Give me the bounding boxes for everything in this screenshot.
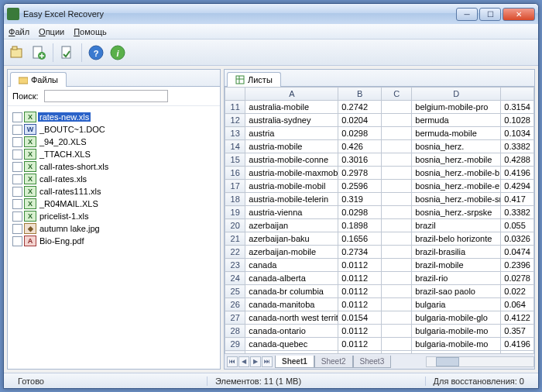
file-checkbox[interactable] bbox=[12, 236, 22, 246]
cell[interactable]: brazil-mobile bbox=[412, 259, 501, 272]
cell[interactable]: brazil bbox=[412, 219, 501, 232]
cell[interactable]: bosnia_herz.-mobile-bht bbox=[412, 167, 501, 180]
cell[interactable]: canada-br columbia bbox=[245, 285, 338, 298]
cell[interactable]: brazil-rio bbox=[412, 272, 501, 285]
corner-header[interactable] bbox=[225, 88, 245, 101]
cell[interactable]: 0.1028 bbox=[501, 114, 534, 127]
save-button[interactable] bbox=[57, 43, 77, 63]
cell[interactable]: 0.021 bbox=[501, 351, 534, 354]
cell[interactable] bbox=[382, 232, 412, 246]
cell[interactable]: 0.417 bbox=[501, 193, 534, 206]
cell[interactable] bbox=[382, 351, 412, 354]
cell[interactable]: austria-mobile bbox=[245, 140, 338, 153]
cell[interactable]: 0.2396 bbox=[501, 259, 534, 272]
cell[interactable]: bosnia_herz. bbox=[412, 140, 501, 153]
file-checkbox[interactable] bbox=[12, 224, 22, 234]
row-header[interactable]: 24 bbox=[225, 272, 245, 285]
cell[interactable]: 0.0326 bbox=[501, 232, 534, 246]
column-header-D[interactable]: D bbox=[412, 88, 501, 101]
cell[interactable]: denmark bbox=[412, 351, 501, 354]
cell[interactable] bbox=[382, 140, 412, 153]
cell[interactable]: 0.0112 bbox=[338, 259, 382, 272]
cell[interactable]: brazil-brasilia bbox=[412, 246, 501, 259]
cell[interactable] bbox=[382, 311, 412, 325]
file-item[interactable]: Xcall-rates-short.xls bbox=[11, 160, 217, 173]
info-button[interactable]: i bbox=[108, 43, 128, 63]
cell[interactable] bbox=[382, 298, 412, 311]
cell[interactable]: 0.0182 bbox=[338, 351, 382, 354]
cell[interactable]: australia-sydney bbox=[245, 114, 338, 127]
file-tree[interactable]: Xrates-new.xlsW_BOUTC~1.DOCX_94_20.XLSX_… bbox=[8, 106, 220, 369]
cell[interactable]: australia-mobile bbox=[245, 101, 338, 114]
menu-file[interactable]: Файл bbox=[9, 27, 29, 36]
cell[interactable] bbox=[382, 153, 412, 167]
cell[interactable]: 0.0112 bbox=[338, 325, 382, 338]
row-header[interactable]: 21 bbox=[225, 232, 245, 246]
file-item[interactable]: W_BOUTC~1.DOC bbox=[11, 123, 217, 136]
cell[interactable]: canary islands bbox=[245, 351, 338, 354]
row-header[interactable]: 17 bbox=[225, 180, 245, 193]
cell[interactable]: azerbaijan-mobile bbox=[245, 246, 338, 259]
row-header[interactable]: 23 bbox=[225, 259, 245, 272]
cell[interactable] bbox=[382, 325, 412, 338]
cell[interactable]: 0.1034 bbox=[501, 127, 534, 140]
cell[interactable] bbox=[382, 127, 412, 140]
cell[interactable] bbox=[382, 180, 412, 193]
sheet-tab-2[interactable]: Sheet2 bbox=[314, 356, 353, 368]
cell[interactable]: 0.0112 bbox=[338, 285, 382, 298]
file-checkbox[interactable] bbox=[12, 199, 22, 209]
cell[interactable]: 0.0298 bbox=[338, 206, 382, 219]
cell[interactable]: 0.064 bbox=[501, 298, 534, 311]
cell[interactable]: 0.055 bbox=[501, 219, 534, 232]
cell[interactable]: 0.1898 bbox=[338, 219, 382, 232]
titlebar[interactable]: Easy Excel Recovery ─ ☐ ✕ bbox=[4, 4, 538, 24]
cell[interactable]: austria-vienna bbox=[245, 206, 338, 219]
cell[interactable]: brazil-belo horizonte bbox=[412, 232, 501, 246]
file-item[interactable]: Xrates-new.xls bbox=[11, 111, 217, 123]
sheet-nav-first[interactable]: ⏮ bbox=[227, 356, 238, 367]
cell[interactable] bbox=[382, 285, 412, 298]
row-header[interactable]: 13 bbox=[225, 127, 245, 140]
cell[interactable]: 0.2742 bbox=[338, 101, 382, 114]
file-item[interactable]: Xcall-rates.xls bbox=[11, 173, 217, 185]
cell[interactable] bbox=[382, 338, 412, 351]
file-item[interactable]: X_94_20.XLS bbox=[11, 136, 217, 148]
row-header[interactable]: 29 bbox=[225, 338, 245, 351]
row-header[interactable]: 16 bbox=[225, 167, 245, 180]
horizontal-scrollbar[interactable] bbox=[426, 356, 534, 367]
cell[interactable] bbox=[382, 193, 412, 206]
open-file-button[interactable] bbox=[7, 43, 27, 63]
tab-files[interactable]: Файлы bbox=[10, 72, 67, 87]
file-checkbox[interactable] bbox=[12, 150, 22, 160]
cell[interactable]: 0.4196 bbox=[501, 338, 534, 351]
minimize-button[interactable]: ─ bbox=[456, 8, 478, 21]
maximize-button[interactable]: ☐ bbox=[479, 8, 501, 21]
cell[interactable] bbox=[382, 206, 412, 219]
sheet-nav-next[interactable]: ▶ bbox=[250, 356, 261, 367]
cell[interactable]: 0.0112 bbox=[338, 272, 382, 285]
cell[interactable]: 0.1656 bbox=[338, 232, 382, 246]
row-header[interactable]: 19 bbox=[225, 206, 245, 219]
cell[interactable]: bosnia_herz.-mobile-eronet bbox=[412, 180, 501, 193]
cell[interactable]: bosnia_herz.-mobile bbox=[412, 153, 501, 167]
cell[interactable]: 0.0154 bbox=[338, 311, 382, 325]
cell[interactable]: 0.426 bbox=[338, 140, 382, 153]
cell[interactable] bbox=[382, 246, 412, 259]
file-checkbox[interactable] bbox=[12, 187, 22, 197]
cell[interactable]: 0.0112 bbox=[338, 338, 382, 351]
cell[interactable]: 0.3154 bbox=[501, 101, 534, 114]
cell[interactable]: bosnia_herz.-mobile-srpske bbox=[412, 193, 501, 206]
cell[interactable]: bulgaria-mobile-glo bbox=[412, 311, 501, 325]
cell[interactable]: bermuda-mobile bbox=[412, 127, 501, 140]
cell[interactable]: 0.0298 bbox=[338, 127, 382, 140]
cell[interactable]: 0.4122 bbox=[501, 311, 534, 325]
row-header[interactable]: 12 bbox=[225, 114, 245, 127]
cell[interactable]: 0.0112 bbox=[338, 298, 382, 311]
sheet-tab-1[interactable]: Sheet1 bbox=[275, 356, 314, 368]
cell[interactable]: canada-quebec bbox=[245, 338, 338, 351]
column-header-C[interactable]: C bbox=[382, 88, 412, 101]
cell[interactable]: austria bbox=[245, 127, 338, 140]
cell[interactable]: azerbaijan-baku bbox=[245, 232, 338, 246]
row-header[interactable]: 15 bbox=[225, 153, 245, 167]
cell[interactable]: 0.0474 bbox=[501, 246, 534, 259]
